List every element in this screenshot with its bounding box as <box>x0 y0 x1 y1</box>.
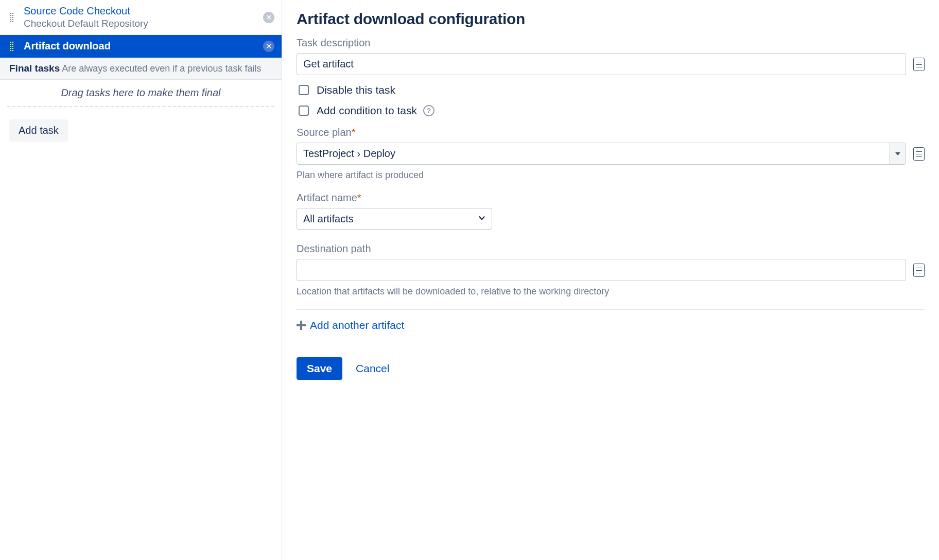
source-plan-label: Source plan* <box>297 127 925 138</box>
close-icon[interactable]: ✕ <box>263 41 274 52</box>
drag-handle-icon[interactable] <box>10 13 18 22</box>
drag-handle-icon[interactable] <box>10 42 18 51</box>
destination-path-label: Destination path <box>297 243 925 255</box>
variables-helper-icon[interactable] <box>913 264 925 277</box>
task-title: Source Code Checkout <box>24 5 263 17</box>
help-icon[interactable]: ? <box>423 105 434 116</box>
task-description-label: Task description <box>297 37 925 49</box>
final-tasks-desc: Are always executed even if a previous t… <box>62 63 261 74</box>
artifact-name-select[interactable]: All artifacts <box>297 208 492 230</box>
task-description-input[interactable] <box>297 53 906 75</box>
task-item-source-code-checkout[interactable]: Source Code Checkout Checkout Default Re… <box>0 0 282 35</box>
divider <box>297 309 925 310</box>
add-condition-label[interactable]: Add condition to task <box>317 104 417 117</box>
plus-icon <box>297 321 306 330</box>
task-subtitle: Checkout Default Repository <box>24 18 263 29</box>
final-tasks-label: Final tasks <box>9 63 60 74</box>
disable-task-checkbox[interactable] <box>299 85 309 95</box>
artifact-name-label: Artifact name* <box>297 192 925 204</box>
destination-path-helper: Location that artifacts will be download… <box>297 286 925 297</box>
task-list-panel: Source Code Checkout Checkout Default Re… <box>0 0 282 560</box>
final-tasks-header: Final tasks Are always executed even if … <box>0 58 282 80</box>
add-another-artifact-label: Add another artifact <box>310 319 404 331</box>
source-plan-value: TestProject › Deploy <box>297 143 889 164</box>
final-tasks-drop-zone[interactable]: Drag tasks here to make them final <box>7 80 274 107</box>
destination-path-input[interactable] <box>297 259 906 281</box>
chevron-down-icon[interactable] <box>889 143 906 164</box>
add-another-artifact-link[interactable]: Add another artifact <box>297 319 404 331</box>
page-title: Artifact download configuration <box>297 10 925 28</box>
variables-helper-icon[interactable] <box>913 147 925 161</box>
cancel-button[interactable]: Cancel <box>353 357 392 380</box>
disable-task-label[interactable]: Disable this task <box>317 84 395 96</box>
add-task-button[interactable]: Add task <box>9 119 68 142</box>
source-plan-select[interactable]: TestProject › Deploy <box>297 143 906 165</box>
task-title: Artifact download <box>24 40 263 52</box>
variables-helper-icon[interactable] <box>913 58 925 71</box>
task-item-artifact-download[interactable]: Artifact download ✕ <box>0 35 282 58</box>
close-icon[interactable]: ✕ <box>263 12 274 23</box>
add-condition-checkbox[interactable] <box>299 106 309 116</box>
save-button[interactable]: Save <box>297 357 342 380</box>
source-plan-helper: Plan where artifact is produced <box>297 170 925 181</box>
config-panel: Artifact download configuration Task des… <box>282 0 939 560</box>
